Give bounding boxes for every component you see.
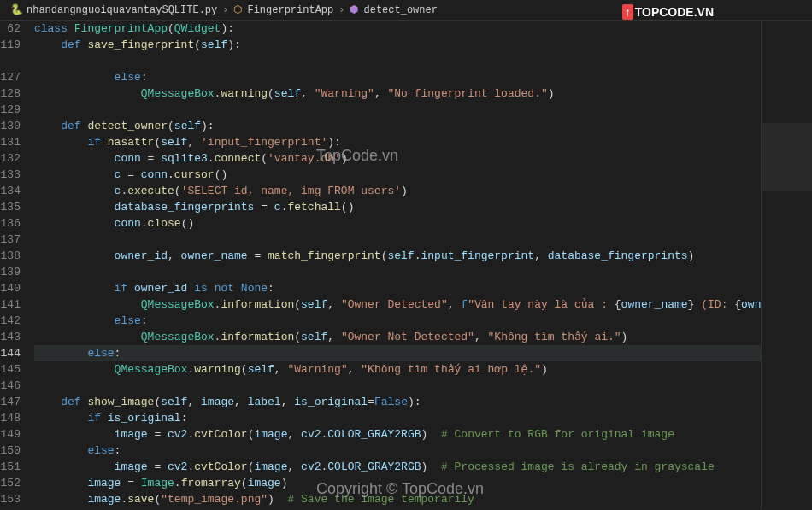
line-number: 135 xyxy=(0,199,21,215)
code-line[interactable]: def detect_owner(self): xyxy=(34,118,762,134)
class-icon: ⬡ xyxy=(233,3,242,16)
code-line[interactable]: else: xyxy=(34,313,762,329)
line-number: 139 xyxy=(0,264,21,280)
code-line[interactable]: QMessageBox.information(self, "Owner Det… xyxy=(34,296,762,313)
line-number: 131 xyxy=(0,134,21,150)
code-line[interactable]: conn = sqlite3.connect('vantay.db') xyxy=(34,150,762,167)
code-line[interactable]: if owner_id is not None: xyxy=(34,280,762,296)
line-number: 146 xyxy=(0,378,21,394)
editor: 6211912712812913013113213313413513613713… xyxy=(0,21,812,509)
code-area[interactable]: class FingerprintApp(QWidget): def save_… xyxy=(34,21,762,509)
line-number: 119 xyxy=(0,37,21,53)
code-line[interactable]: def show_image(self, image, label, is_or… xyxy=(34,394,762,410)
topcode-logo: ↑TOPCODE.VN xyxy=(622,5,714,19)
code-line[interactable] xyxy=(34,378,762,394)
logo-box-icon: ↑ xyxy=(622,4,633,20)
line-number: 137 xyxy=(0,232,21,248)
code-line[interactable] xyxy=(34,264,762,280)
line-number: 143 xyxy=(0,329,21,345)
code-line[interactable]: database_fingerprints = c.fetchall() xyxy=(34,199,762,215)
code-line[interactable]: conn.close() xyxy=(34,215,762,232)
line-number: 153 xyxy=(0,491,21,507)
line-number: 128 xyxy=(0,85,21,102)
line-number: 136 xyxy=(0,215,21,232)
line-number xyxy=(0,53,21,69)
chevron-right-icon: › xyxy=(222,4,228,16)
line-number: 138 xyxy=(0,248,21,264)
code-line[interactable]: def save_fingerprint(self): xyxy=(34,37,762,53)
line-number: 147 xyxy=(0,394,21,410)
code-line[interactable] xyxy=(34,232,762,248)
python-file-icon: 🐍 xyxy=(10,3,23,16)
code-line[interactable]: QMessageBox.warning(self, "Warning", "No… xyxy=(34,85,762,102)
line-number: 129 xyxy=(0,102,21,118)
code-line[interactable]: image = Image.fromarray(image) xyxy=(34,475,762,491)
line-number: 142 xyxy=(0,313,21,329)
line-number: 130 xyxy=(0,118,21,134)
code-line[interactable]: c = conn.cursor() xyxy=(34,167,762,183)
line-number-gutter[interactable]: 6211912712812913013113213313413513613713… xyxy=(0,21,34,509)
line-number: 151 xyxy=(0,459,21,475)
code-line[interactable]: class FingerprintApp(QWidget): xyxy=(34,21,762,37)
line-number: 134 xyxy=(0,183,21,199)
code-line[interactable]: owner_id, owner_name = match_fingerprint… xyxy=(34,248,762,264)
line-number: 149 xyxy=(0,426,21,443)
minimap-viewport[interactable] xyxy=(762,123,812,191)
chevron-right-icon: › xyxy=(338,4,344,16)
code-line[interactable]: image = cv2.cvtColor(image, cv2.COLOR_GR… xyxy=(34,459,762,475)
breadcrumb-method[interactable]: detect_owner xyxy=(363,4,437,16)
code-line[interactable] xyxy=(34,53,762,69)
minimap[interactable] xyxy=(761,21,812,509)
line-number: 152 xyxy=(0,475,21,491)
line-number: 133 xyxy=(0,167,21,183)
code-line[interactable]: c.execute('SELECT id, name, img FROM use… xyxy=(34,183,762,199)
code-line[interactable]: else: xyxy=(34,345,762,361)
code-line[interactable]: image = cv2.cvtColor(image, cv2.COLOR_GR… xyxy=(34,426,762,443)
line-number: 62 xyxy=(0,21,21,37)
line-number: 140 xyxy=(0,280,21,296)
code-line[interactable]: QMessageBox.warning(self, "Warning", "Kh… xyxy=(34,361,762,378)
line-number: 144 xyxy=(0,345,21,361)
line-number: 132 xyxy=(0,150,21,167)
code-line[interactable]: if hasattr(self, 'input_fingerprint'): xyxy=(34,134,762,150)
code-line[interactable]: else: xyxy=(34,443,762,459)
code-line[interactable]: QMessageBox.information(self, "Owner Not… xyxy=(34,329,762,345)
method-icon: ⬢ xyxy=(350,3,358,16)
code-line[interactable]: image.save("temp_image.png") # Save the … xyxy=(34,491,762,507)
line-number: 145 xyxy=(0,361,21,378)
code-line[interactable]: else: xyxy=(34,69,762,85)
line-number: 141 xyxy=(0,296,21,313)
code-line[interactable] xyxy=(34,102,762,118)
breadcrumb-class[interactable]: FingerprintApp xyxy=(247,4,333,16)
line-number: 150 xyxy=(0,443,21,459)
line-number: 148 xyxy=(0,410,21,426)
breadcrumb-file[interactable]: nhandangnguoiquavantaySQLITE.py xyxy=(26,4,217,16)
line-number: 127 xyxy=(0,69,21,85)
code-line[interactable]: if is_original: xyxy=(34,410,762,426)
